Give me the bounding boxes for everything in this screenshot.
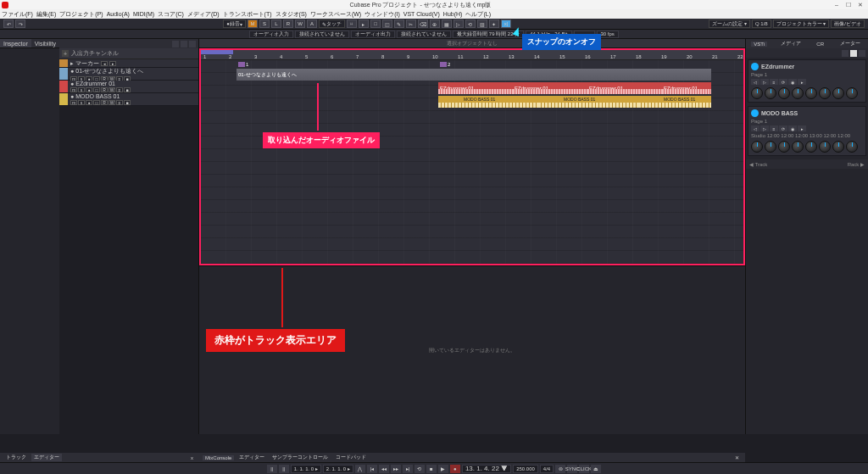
audio-out-status[interactable]: 接続されていません [397,31,451,38]
qc-knob[interactable] [792,141,804,153]
qc-knob[interactable] [765,87,776,99]
prev-marker-button[interactable]: |◂ [367,465,377,473]
rack-tab-meter[interactable]: メーター [837,40,863,47]
preset-next-button[interactable]: ▷ [760,79,769,85]
edit-instrument-button[interactable]: ◉ [788,79,797,85]
menu-workspace[interactable]: ワークスペース(W) [310,10,361,19]
lower-tab-editor2[interactable]: エディター [236,454,267,461]
qc-knob[interactable] [846,141,858,153]
qc-knob[interactable] [751,87,763,99]
tool-color[interactable]: ✦ [489,20,499,28]
drum-freeze-button[interactable]: ■ [124,87,131,92]
redo-button[interactable]: ↷ [15,20,25,28]
menu-midi[interactable]: MIDI(M) [133,11,154,17]
preset-prev-button[interactable]: ◁ [751,79,760,85]
preset-name[interactable]: Page 1 [751,72,863,77]
preset-name[interactable]: Page 1 [751,119,863,124]
drum-record-button[interactable]: ● [86,87,92,92]
qc-knob[interactable] [765,141,776,153]
tool-warp[interactable]: ⟲ [465,20,476,28]
power-icon[interactable] [751,109,759,117]
menu-studio[interactable]: スタジオ(S) [275,10,307,19]
primary-time-display[interactable]: 13. 1. 4. 22 ⯆ [462,465,511,473]
rewind-button[interactable]: ◂◂ [379,465,389,473]
auto-button[interactable]: A [307,20,317,28]
tool-play[interactable]: ▷ [453,20,464,28]
rack-scroll-left[interactable]: ◀ Track [749,161,767,167]
drum-clip-1[interactable]: EZdrummer 01 [438,82,513,94]
write-button[interactable]: W [295,20,305,28]
mute-button[interactable]: M [248,20,258,28]
cycle-button[interactable]: ⟲ [415,465,425,473]
right-locator[interactable]: 2. 1. 1. 0 ▸ [323,465,353,473]
tool-grid[interactable]: ▦ [442,20,452,28]
bass-read-button[interactable]: R [101,100,108,105]
menu-hub[interactable]: Hub(H) [443,11,463,17]
qc-knob[interactable] [819,87,831,99]
reload-button[interactable]: ⟳ [779,125,787,131]
left-locator[interactable]: 1. 1. 1. 0 ▸ [291,465,321,473]
signature-field[interactable]: 4/4 [540,465,554,473]
lower-tabs-close[interactable]: ✕ [732,454,742,460]
preset-next-button[interactable]: ▷ [760,125,769,131]
bass-mute-button[interactable]: m [70,100,77,105]
timeline-ruler[interactable]: 12345678910111213141516171819202122 [201,50,743,60]
tempo-field[interactable]: 250.000 [513,465,538,473]
qc-knob[interactable] [832,141,844,153]
qc-knob[interactable] [846,87,858,99]
window-minimize-button[interactable]: – [831,2,843,8]
zoom-menu[interactable]: ズームの設定 ▾ [709,20,750,28]
qc-knob[interactable] [792,87,804,99]
preset-browser-button[interactable]: ≡ [770,79,778,85]
qc-knob[interactable] [778,87,790,99]
power-icon[interactable] [751,63,759,70]
snap-toggle-button[interactable]: x| [501,20,511,28]
marker-1[interactable]: 1 [236,60,250,68]
bass-clip-3[interactable]: MODO BASS 01 [638,96,711,108]
lower-tab-editor[interactable]: エディター [31,454,62,461]
drum-clip-3[interactable]: EZdrummer 01 [587,82,662,94]
goto-start-button[interactable]: ⋀ [355,465,365,473]
click-button[interactable]: CLICK [579,465,589,473]
video-button[interactable]: 画像/ビデオ [831,20,865,28]
eject-icon[interactable]: ⏏ [591,465,601,473]
qc-knob[interactable] [819,141,831,153]
tab-inspector[interactable]: Inspector [0,39,31,47]
menu-window[interactable]: ウィンドウ(I) [364,10,400,19]
track-row-audio[interactable]: ● 01-せつなさよりも遠くへ m s ● □ R W ≡ ■ [59,68,198,81]
bass-monitor-button[interactable]: □ [93,100,100,105]
project-color-menu[interactable]: プロジェクトカラー ▾ [773,20,830,28]
bass-record-button[interactable]: ● [86,100,92,105]
lower-tab-close[interactable]: x [188,455,196,460]
add-track-button[interactable]: + [62,50,69,57]
rack-instrument-1[interactable]: EZdrummer Page 1 ◁ ▷ ≡ ⟳ ◉ ▸ [748,59,866,103]
menu-media[interactable]: メディア(D) [187,10,220,19]
tracklist-filter-icon[interactable] [181,41,187,47]
drum-solo-button[interactable]: s [78,87,85,92]
drum-write-button[interactable]: W [108,87,115,92]
lower-tab-chordpads[interactable]: コードパッド [333,454,369,461]
metronome-icon[interactable]: ⊚ [555,465,565,473]
snap-icon[interactable]: ⌗ [347,20,357,28]
rack-camera-icon[interactable] [850,50,857,57]
window-maximize-button[interactable]: ☐ [843,2,854,8]
drum-clip-4[interactable]: EZdrummer 01 [662,82,711,94]
forward-button[interactable]: ▸▸ [391,465,401,473]
listen-button[interactable]: L [271,20,281,28]
drum-lanes-button[interactable]: ≡ [116,87,123,92]
menu-vstcloud[interactable]: VST Cloud(V) [403,11,440,17]
lower-tab-mixconsole[interactable]: MixConsole [203,455,234,460]
menu-transport[interactable]: トランスポート(T) [223,10,272,19]
window-close-button[interactable]: ✕ [854,2,866,8]
record-button[interactable]: ● [450,465,460,473]
stop-button[interactable]: ■ [426,465,437,473]
qc-knob[interactable] [751,141,763,153]
play-button[interactable]: ▶ [438,465,448,473]
drum-mute-button[interactable]: m [70,87,77,92]
marker-2[interactable]: 2 [438,60,452,68]
tool-zoom[interactable]: ⊕ [430,20,440,28]
rack-scroll-right[interactable]: Rack ▶ [848,161,865,167]
preset-prev-button[interactable]: ◁ [751,125,760,131]
tracklist-menu-icon[interactable] [189,41,196,47]
drum-monitor-button[interactable]: □ [93,87,100,92]
